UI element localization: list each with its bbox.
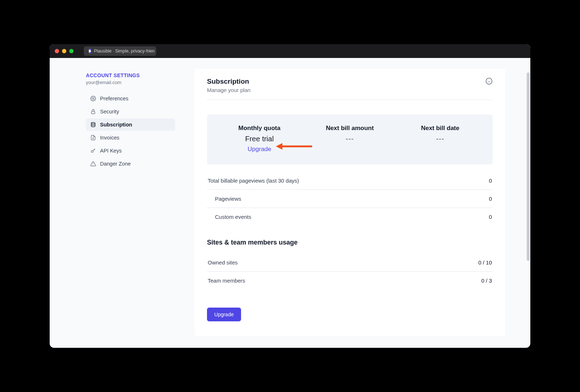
- sites-row: Team members0 / 3: [207, 272, 493, 289]
- document-icon: [90, 135, 96, 141]
- sidebar-item-danger-zone[interactable]: Danger Zone: [86, 158, 175, 170]
- sidebar-item-label: Danger Zone: [100, 161, 131, 167]
- sidebar-item-label: Preferences: [100, 96, 128, 101]
- maximize-window-button[interactable]: [69, 49, 74, 53]
- usage-row-value: 0: [489, 196, 492, 202]
- main-content: Subscription Manage your plan Monthly qu…: [187, 58, 530, 348]
- page-title: Subscription: [207, 78, 250, 86]
- usage-row-label: Total billable pageviews (last 30 days): [208, 178, 299, 184]
- sidebar-email: your@email.com: [86, 80, 187, 85]
- browser-tab[interactable]: Plausible · Simple, privacy-frien: [84, 46, 156, 56]
- lock-icon: [90, 109, 96, 114]
- warning-icon: [90, 161, 96, 167]
- quota-label-bill-date: Next bill date: [395, 125, 485, 132]
- quota-label-bill-amount: Next bill amount: [304, 125, 395, 132]
- usage-row: Total billable pageviews (last 30 days)0: [207, 172, 493, 190]
- sites-row-value: 0 / 3: [481, 278, 492, 284]
- sidebar-item-invoices[interactable]: Invoices: [86, 132, 175, 144]
- sidebar-item-label: Invoices: [100, 135, 119, 141]
- page-subtitle: Manage your plan: [207, 87, 250, 93]
- sidebar-item-security[interactable]: Security: [86, 105, 175, 118]
- sidebar: ACCOUNT SETTINGS your@email.com Preferen…: [50, 58, 187, 348]
- window-titlebar: Plausible · Simple, privacy-frien: [50, 44, 530, 58]
- svg-point-2: [91, 122, 95, 124]
- usage-row-label: Pageviews: [215, 196, 241, 202]
- sites-row-label: Team members: [208, 278, 245, 284]
- tab-title: Plausible · Simple, privacy-frien: [94, 49, 154, 54]
- usage-row: Custom events0: [207, 208, 493, 226]
- sites-row-label: Owned sites: [208, 259, 238, 266]
- sidebar-item-label: Subscription: [100, 122, 132, 128]
- close-window-button[interactable]: [55, 49, 59, 53]
- sites-row-value: 0 / 10: [478, 259, 492, 266]
- plausible-favicon-icon: [89, 49, 91, 54]
- svg-point-5: [91, 150, 93, 152]
- divider: [207, 100, 493, 100]
- quota-panel: Monthly quota Free trial Upgrade Next bi…: [207, 114, 493, 164]
- svg-point-0: [92, 98, 94, 99]
- sidebar-item-subscription[interactable]: Subscription: [86, 118, 175, 131]
- info-icon[interactable]: [485, 78, 493, 85]
- gear-icon: [90, 96, 96, 101]
- sidebar-item-preferences[interactable]: Preferences: [86, 92, 175, 105]
- usage-row-value: 0: [489, 178, 492, 184]
- upgrade-button[interactable]: Upgrade: [207, 308, 241, 321]
- sidebar-heading: ACCOUNT SETTINGS: [86, 72, 187, 78]
- quota-label-monthly: Monthly quota: [214, 125, 304, 132]
- minimize-window-button[interactable]: [62, 49, 66, 53]
- svg-rect-1: [91, 111, 95, 114]
- sites-section-title: Sites & team members usage: [207, 239, 493, 246]
- key-icon: [90, 148, 96, 154]
- quota-value-monthly: Free trial: [214, 135, 304, 143]
- sites-row: Owned sites0 / 10: [207, 254, 493, 272]
- sidebar-item-label: API Keys: [100, 148, 122, 154]
- stack-icon: [90, 122, 96, 128]
- usage-row-label: Custom events: [215, 214, 251, 220]
- quota-value-bill-date: ---: [395, 135, 485, 143]
- usage-row: Pageviews0: [207, 190, 493, 208]
- scrollbar[interactable]: [527, 72, 530, 261]
- sidebar-item-api-keys[interactable]: API Keys: [86, 145, 175, 157]
- usage-row-value: 0: [489, 214, 492, 220]
- upgrade-link[interactable]: Upgrade: [248, 146, 271, 153]
- sidebar-item-label: Security: [100, 109, 119, 114]
- quota-value-bill-amount: ---: [304, 135, 395, 143]
